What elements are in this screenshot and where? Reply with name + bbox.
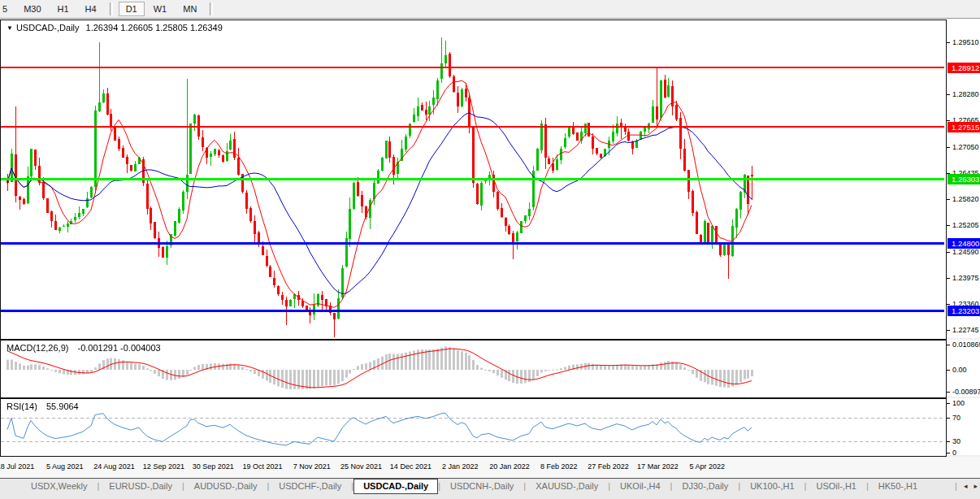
trading-app-window: 5M30H1H4D1W1MN ▼USDCAD-,Daily1.26394 1.2… <box>0 0 980 499</box>
price-line-badge: 1.28912 <box>947 63 980 73</box>
timeframe-h1-button[interactable]: H1 <box>50 2 76 16</box>
price-tick-mark <box>947 278 950 279</box>
rsi-tick-label: 0 <box>952 449 956 457</box>
rsi-tick-label: 30 <box>952 437 960 445</box>
main-chart-canvas[interactable] <box>1 20 944 337</box>
rsi-canvas[interactable] <box>1 399 944 454</box>
rsi-tick-mark <box>947 453 950 453</box>
date-axis-label: 25 Nov 2021 <box>340 462 382 471</box>
tab-hk50-h1[interactable]: HK50-,H1 <box>869 479 927 494</box>
macd-tick-mark <box>947 345 950 345</box>
chart-symbol-label: USDCAD-,Daily <box>16 23 80 33</box>
date-axis-label: 8 Feb 2022 <box>540 462 578 471</box>
price-tick-mark <box>947 225 950 226</box>
date-axis-label: 27 Feb 2022 <box>588 462 629 471</box>
tab-separator: | <box>955 481 957 491</box>
macd-title: MACD(12,26,9) -0.001291 -0.004003 <box>7 343 161 353</box>
rsi-panel: RSI(14) 55.9064 <box>0 398 947 457</box>
tab-scroll-arrows: | ◂ ▸ <box>955 481 978 491</box>
tab-ukoil-h4[interactable]: UKOil-,H4 <box>610 479 670 494</box>
rsi-tick-mark <box>947 441 950 442</box>
tab-usdchf-daily[interactable]: USDCHF-,Daily <box>269 479 351 494</box>
tab-usdcad-daily[interactable]: USDCAD-,Daily <box>353 479 438 494</box>
rsi-axis: 10070300 <box>947 398 980 455</box>
price-tick-label: 1.25205 <box>952 221 979 229</box>
date-axis-label: 5 Aug 2021 <box>46 462 84 471</box>
timeframe-d1-button[interactable]: D1 <box>119 2 145 16</box>
price-tick-mark <box>947 252 950 253</box>
macd-tick-label: 0.00 <box>952 366 967 374</box>
date-axis-label: 5 Apr 2022 <box>689 462 725 471</box>
price-tick-mark <box>947 94 950 95</box>
tab-eurusd-daily[interactable]: EURUSD-,Daily <box>99 479 182 494</box>
price-line-badge: 1.23203 <box>947 306 980 316</box>
price-tick-label: 1.29510 <box>952 38 979 46</box>
tab-scroll-left-button[interactable]: ◂ <box>964 482 968 490</box>
timeframe-w1-button[interactable]: W1 <box>146 2 175 16</box>
rsi-value: 55.9064 <box>46 401 79 411</box>
price-tick-mark <box>947 42 950 43</box>
macd-label: MACD(12,26,9) <box>7 343 68 353</box>
rsi-tick-label: 70 <box>952 414 960 422</box>
rsi-label: RSI(14) <box>7 401 37 411</box>
tab-usoil-h1[interactable]: USOil-,H1 <box>806 479 866 494</box>
rsi-tick-mark <box>947 418 950 419</box>
price-tick-mark <box>947 199 950 200</box>
price-tick-label: 1.24590 <box>952 248 979 256</box>
tab-dj30-daily[interactable]: DJ30-,Daily <box>672 479 738 494</box>
date-axis-label: 17 Mar 2022 <box>637 462 679 471</box>
chart-tab-bar: USDX,Weekly|EURUSD-,Daily|AUDUSD-,Daily|… <box>0 478 980 499</box>
date-axis-label: 24 Aug 2021 <box>93 462 135 471</box>
price-axis: 1.295101.282801.276651.270501.264351.258… <box>947 20 980 338</box>
rsi-tick-mark <box>947 403 950 404</box>
macd-tick-mark <box>947 370 950 371</box>
macd-tick-label: 0.010869 <box>952 341 980 349</box>
price-tick-label: 1.25820 <box>952 195 979 203</box>
price-line-badge: 1.24800 <box>947 238 980 249</box>
timeframe-mn-button[interactable]: MN <box>176 2 204 16</box>
tab-usdx-weekly[interactable]: USDX,Weekly <box>21 479 97 494</box>
tab-audusd-daily[interactable]: AUDUSD-,Daily <box>184 479 267 494</box>
toolbar-separator <box>110 2 113 15</box>
price-tick-mark <box>947 304 950 305</box>
tab-uk100-h1[interactable]: UK100-,H1 <box>740 479 804 494</box>
timeframe-m5-button[interactable]: 5 <box>0 2 15 16</box>
rsi-tick-label: 100 <box>952 399 965 407</box>
tab-xauusd-daily[interactable]: XAUUSD-,Daily <box>526 479 608 494</box>
price-line-badge: 1.27515 <box>947 122 980 132</box>
date-axis-label: 18 Jul 2021 <box>0 462 34 471</box>
chart-ohlc-values: 1.26394 1.26605 1.25805 1.26349 <box>86 23 223 33</box>
date-axis-label: 2 Jan 2022 <box>442 462 479 471</box>
macd-tick-mark <box>947 392 950 393</box>
timeframe-m30-button[interactable]: M30 <box>16 2 48 16</box>
price-tick-label: 1.22745 <box>952 326 979 334</box>
macd-panel: MACD(12,26,9) -0.001291 -0.004003 <box>0 340 947 398</box>
price-tick-label: 1.28280 <box>952 90 979 98</box>
main-chart-panel: ▼USDCAD-,Daily1.26394 1.26605 1.25805 1.… <box>0 20 947 340</box>
price-tick-mark <box>947 330 950 331</box>
chart-dropdown-icon[interactable]: ▼ <box>7 24 13 32</box>
tab-usdcnh-daily[interactable]: USDCNH-,Daily <box>440 479 523 494</box>
date-axis-label: 12 Sep 2021 <box>143 462 184 471</box>
price-tick-label: 1.27050 <box>952 143 979 151</box>
price-tick-mark <box>947 120 950 121</box>
date-axis-label: 19 Oct 2021 <box>242 462 282 471</box>
chart-title: ▼USDCAD-,Daily1.26394 1.26605 1.25805 1.… <box>7 23 223 33</box>
toolbar-separator <box>210 2 213 15</box>
timeframe-toolbar: 5M30H1H4D1W1MN <box>0 0 980 19</box>
price-tick-mark <box>947 147 950 148</box>
price-line-badge: 1.26303 <box>947 174 980 184</box>
date-axis-label: 20 Jan 2022 <box>489 462 530 471</box>
macd-values: -0.001291 -0.004003 <box>77 343 160 353</box>
date-axis-label: 7 Nov 2021 <box>293 462 331 471</box>
rsi-title: RSI(14) 55.9064 <box>7 401 79 411</box>
date-axis-label: 30 Sep 2021 <box>193 462 234 471</box>
tab-scroll-right-button[interactable]: ▸ <box>973 482 978 490</box>
macd-tick-label: -0.008974 <box>952 388 980 396</box>
price-tick-label: 1.23975 <box>952 274 979 282</box>
timeframe-h4-button[interactable]: H4 <box>78 2 104 16</box>
date-axis: 18 Jul 20215 Aug 202124 Aug 202112 Sep 2… <box>0 457 980 478</box>
macd-axis: 0.0108690.00-0.008974 <box>947 340 980 397</box>
date-axis-label: 14 Dec 2021 <box>390 462 431 471</box>
